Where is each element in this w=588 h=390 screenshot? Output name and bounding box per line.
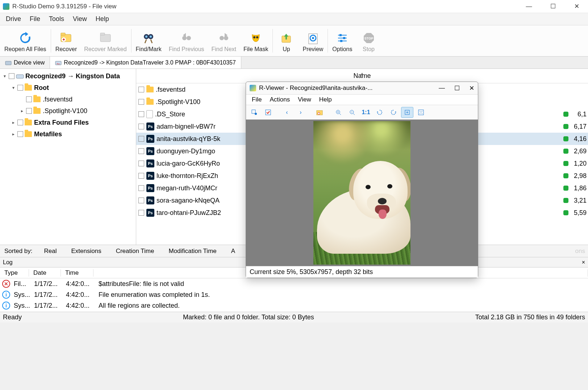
viewer-menu-view[interactable]: View xyxy=(294,95,315,104)
viewer-recover-icon[interactable] xyxy=(313,107,326,118)
row-checkbox[interactable] xyxy=(138,124,144,129)
viewer-fullscreen-icon[interactable] xyxy=(415,107,427,118)
toolbar-stop: STOP Stop xyxy=(356,27,381,55)
menubar: Drive File Tools View Help xyxy=(0,13,588,25)
col-name[interactable]: ▲ Name xyxy=(136,72,588,80)
viewer-zoom-out-icon[interactable] xyxy=(346,107,358,118)
viewer-maximize-button[interactable]: ☐ xyxy=(454,84,460,92)
sort-overflow[interactable]: ons xyxy=(575,248,585,255)
row-checkbox[interactable] xyxy=(138,87,144,92)
sort-a[interactable]: A xyxy=(224,248,242,255)
viewer-check-icon[interactable] xyxy=(262,107,274,118)
sort-extensions[interactable]: Extensions xyxy=(64,248,108,255)
menu-drive[interactable]: Drive xyxy=(2,14,25,24)
toolbar-find-mark[interactable]: Find/Mark xyxy=(132,27,165,55)
viewer-prev-icon[interactable]: ‹ xyxy=(281,107,293,118)
tab-device-view[interactable]: Device view xyxy=(0,57,50,69)
tree-node[interactable]: ▾Recognized9 → Kingston Data xyxy=(0,70,136,82)
row-checkbox[interactable] xyxy=(138,210,144,216)
tree-checkbox[interactable] xyxy=(17,85,23,91)
toolbar-preview[interactable]: Preview xyxy=(299,27,327,55)
file-size: 1,20 xyxy=(572,160,588,167)
svg-rect-24 xyxy=(5,61,11,65)
menu-file[interactable]: File xyxy=(26,14,44,24)
svg-point-32 xyxy=(318,112,320,115)
tree-checkbox[interactable] xyxy=(17,120,23,125)
tree-node[interactable]: .fseventsd xyxy=(0,94,136,105)
log-time: 4:42:0... xyxy=(64,291,96,299)
viewer-menu-actions[interactable]: Actions xyxy=(266,95,293,104)
folder-tree[interactable]: ▾Recognized9 → Kingston Data▾Root.fseven… xyxy=(0,69,136,245)
svg-rect-27 xyxy=(16,75,24,78)
row-checkbox[interactable] xyxy=(138,173,144,179)
tree-checkbox[interactable] xyxy=(26,108,32,114)
tree-node[interactable]: ▸.Spotlight-V100 xyxy=(0,105,136,117)
app-icon xyxy=(3,3,9,10)
expand-icon[interactable]: ▾ xyxy=(2,74,7,79)
tree-node[interactable]: ▸Metafiles xyxy=(0,128,136,140)
toolbar-options[interactable]: Options xyxy=(329,27,356,55)
viewer-zoom-11[interactable]: 1:1 xyxy=(360,107,372,118)
svg-text:Rec: Rec xyxy=(57,63,60,65)
tree-node[interactable]: ▾Root xyxy=(0,82,136,94)
viewer-titlebar[interactable]: R-Viewer - Recognized9\anita-austvika-..… xyxy=(246,82,478,94)
menu-help[interactable]: Help xyxy=(92,14,113,24)
row-checkbox[interactable] xyxy=(138,111,144,117)
log-row[interactable]: iSys...1/17/2...4:42:0...All file region… xyxy=(0,300,588,311)
menu-view[interactable]: View xyxy=(69,14,91,24)
viewer-menubar: File Actions View Help xyxy=(246,94,478,105)
log-col-type[interactable]: Type xyxy=(0,269,29,277)
svg-point-10 xyxy=(187,36,191,40)
row-checkbox[interactable] xyxy=(138,185,144,191)
viewer-canvas[interactable] xyxy=(246,120,478,266)
row-checkbox[interactable] xyxy=(138,99,144,105)
menu-tools[interactable]: Tools xyxy=(45,14,68,24)
status-dot-icon xyxy=(563,186,568,191)
viewer-menu-file[interactable]: File xyxy=(248,95,265,104)
log-close-icon[interactable]: × xyxy=(582,259,585,266)
expand-icon[interactable]: ▸ xyxy=(20,108,25,113)
viewer-zoom-in-icon[interactable] xyxy=(332,107,345,118)
sort-creation[interactable]: Creation Time xyxy=(109,248,162,255)
sort-modification[interactable]: Modification Time xyxy=(161,248,224,255)
sort-real[interactable]: Real xyxy=(37,248,64,255)
photoshop-icon: Ps xyxy=(146,123,154,130)
maximize-button[interactable]: ☐ xyxy=(547,2,558,11)
tree-node[interactable]: ▸Extra Found Files xyxy=(0,117,136,128)
log-row[interactable]: ✕Fil...1/17/2...4:42:0...$attributesFile… xyxy=(0,278,588,289)
expand-icon[interactable]: ▸ xyxy=(11,132,16,137)
expand-icon[interactable]: ▾ xyxy=(11,85,16,90)
tree-checkbox[interactable] xyxy=(26,96,32,102)
toolbar-recover[interactable]: Recover xyxy=(52,27,81,55)
viewer-next-icon[interactable]: › xyxy=(295,107,307,118)
log-col-date[interactable]: Date xyxy=(29,269,61,277)
viewer-fit-icon[interactable] xyxy=(401,107,413,118)
log-row[interactable]: iSys...1/17/2...4:42:0...File enumeratio… xyxy=(0,289,588,300)
log-col-time[interactable]: Time xyxy=(61,269,93,277)
toolbar-file-mask[interactable]: File Mask xyxy=(240,27,272,55)
viewer-close-button[interactable]: ✕ xyxy=(469,84,474,92)
photoshop-icon: Ps xyxy=(146,184,154,192)
row-checkbox[interactable] xyxy=(138,161,144,166)
row-checkbox[interactable] xyxy=(138,136,144,142)
row-checkbox[interactable] xyxy=(138,198,144,203)
toolbar-up[interactable]: Up xyxy=(274,27,299,55)
viewer-title: R-Viewer - Recognized9\anita-austvika-..… xyxy=(259,84,439,92)
tree-checkbox[interactable] xyxy=(9,73,14,79)
viewer-menu-help[interactable]: Help xyxy=(316,95,335,104)
viewer-locate-icon[interactable] xyxy=(248,107,260,118)
device-icon xyxy=(5,60,12,66)
log-text: All file regions are collected. xyxy=(96,302,182,310)
viewer-rotate-right-icon[interactable] xyxy=(387,107,400,118)
toolbar-reopen-all[interactable]: Reopen All Files xyxy=(1,27,50,55)
minimize-button[interactable]: — xyxy=(524,2,534,11)
tree-checkbox[interactable] xyxy=(17,131,23,137)
viewer-window[interactable]: R-Viewer - Recognized9\anita-austvika-..… xyxy=(246,82,478,278)
list-header: ▲ Name xyxy=(136,69,588,83)
expand-icon[interactable]: ▸ xyxy=(11,120,16,125)
close-button[interactable]: ✕ xyxy=(571,2,582,11)
viewer-rotate-left-icon[interactable] xyxy=(374,107,386,118)
row-checkbox[interactable] xyxy=(138,148,144,154)
tab-recognized[interactable]: Rec Recognized9 -> Kingston DataTraveler… xyxy=(50,57,241,69)
viewer-minimize-button[interactable]: — xyxy=(439,84,445,92)
